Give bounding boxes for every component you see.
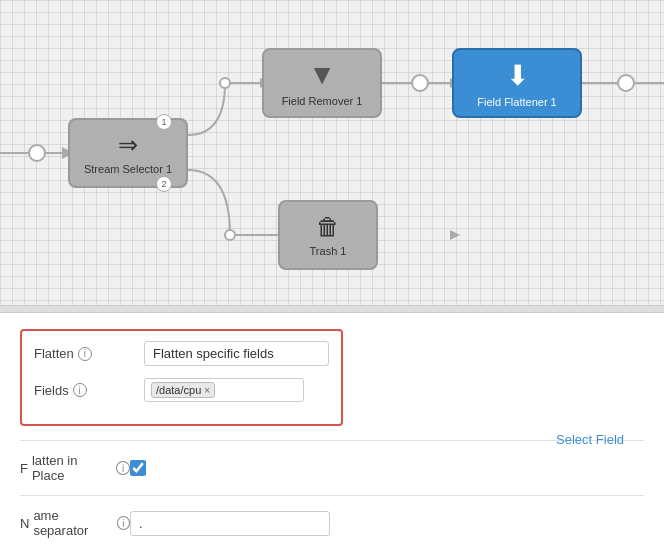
name-separator-input[interactable]	[130, 511, 330, 536]
select-field-link[interactable]: Select Field	[556, 432, 624, 447]
flatten-label-container: Flatten i	[34, 346, 144, 361]
trash-label: Trash 1	[310, 245, 347, 257]
name-separator-label-container: Name separator i	[20, 508, 130, 538]
field-remover-label: Field Remover 1	[282, 95, 363, 107]
svg-point-7	[618, 75, 634, 91]
canvas-area: ⇒ Stream Selector 1 1 2 ▼ Field Remover …	[0, 0, 664, 305]
field-flattener-label: Field Flattener 1	[477, 96, 556, 108]
name-separator-prefix: N	[20, 516, 29, 531]
flatten-label-text: Flatten	[34, 346, 74, 361]
separator-line	[20, 440, 644, 441]
flatten-in-place-label-rest: latten in Place	[32, 453, 112, 483]
name-separator-row: Name separator i	[20, 508, 644, 538]
separator-line-2	[20, 495, 644, 496]
highlighted-section: Flatten i Fields i /data/cpu ×	[20, 329, 343, 426]
name-separator-label-text: ame separator	[33, 508, 112, 538]
field-remover-node[interactable]: ▼ Field Remover 1	[262, 48, 382, 118]
badge-1: 1	[156, 114, 172, 130]
stream-selector-node[interactable]: ⇒ Stream Selector 1 1 2	[68, 118, 188, 188]
flatten-info-icon[interactable]: i	[78, 347, 92, 361]
fields-row: Fields i /data/cpu ×	[34, 378, 329, 402]
tag-close-icon[interactable]: ×	[204, 385, 210, 396]
tag-value: /data/cpu	[156, 384, 201, 396]
flatten-in-place-row: Flatten in Place i	[20, 453, 644, 483]
stream-selector-icon: ⇒	[118, 131, 138, 159]
trash-node[interactable]: 🗑 Trash 1	[278, 200, 378, 270]
field-flattener-node[interactable]: ⬇ Field Flattener 1	[452, 48, 582, 118]
svg-point-5	[29, 145, 45, 161]
flatten-in-place-label-text: F	[20, 461, 28, 476]
flatten-input[interactable]	[144, 341, 329, 366]
svg-marker-10	[450, 230, 460, 240]
svg-point-3	[220, 78, 230, 88]
field-tag: /data/cpu ×	[151, 382, 215, 398]
flatten-in-place-label-container: Flatten in Place i	[20, 453, 130, 483]
panel-divider	[0, 305, 664, 313]
flatten-in-place-info-icon[interactable]: i	[116, 461, 130, 475]
fields-label-container: Fields i	[34, 383, 144, 398]
field-tag-input[interactable]	[219, 383, 239, 397]
trash-icon: 🗑	[316, 213, 340, 241]
flatten-row: Flatten i	[34, 341, 329, 366]
field-remover-icon: ▼	[308, 59, 336, 91]
stream-selector-label: Stream Selector 1	[84, 163, 172, 175]
badge-2: 2	[156, 176, 172, 192]
fields-tag-input[interactable]: /data/cpu ×	[144, 378, 304, 402]
fields-info-icon[interactable]: i	[73, 383, 87, 397]
svg-point-6	[412, 75, 428, 91]
svg-point-4	[225, 230, 235, 240]
flatten-in-place-checkbox[interactable]	[130, 460, 146, 476]
field-flattener-icon: ⬇	[506, 59, 529, 92]
name-separator-info-icon[interactable]: i	[117, 516, 130, 530]
fields-label-text: Fields	[34, 383, 69, 398]
properties-panel: Flatten i Fields i /data/cpu × Select Fi…	[0, 313, 664, 555]
